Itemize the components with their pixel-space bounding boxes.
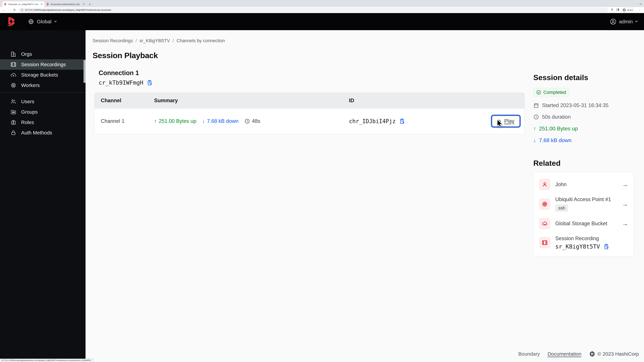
session-bytes-down-row: ↓ 7.68 kB down (533, 137, 636, 143)
related-item-label: Session Recording (555, 236, 599, 241)
session-duration: 50s duration (542, 114, 571, 120)
channel-duration: 48s (252, 118, 260, 124)
chevron-down-icon (54, 19, 57, 22)
sidebar-scrollbar-thumb[interactable] (84, 60, 86, 83)
column-header-id: ID (349, 97, 480, 104)
calendar-icon (533, 103, 539, 108)
bytes-down: 7.68 kB down (207, 118, 238, 124)
related-title: Related (533, 159, 636, 168)
tab-search-chevron-icon[interactable] (640, 2, 641, 5)
app-body: Orgs Session Recordings Storage Buckets … (0, 30, 644, 362)
sidebar-item-users[interactable]: Users (0, 96, 86, 107)
clock-icon (244, 118, 250, 124)
profile-label: Guest (627, 9, 633, 11)
session-started: Started 2023-05-31 16:34:35 (542, 102, 608, 108)
side-panel-icon[interactable] (616, 8, 619, 12)
sidebar-item-orgs[interactable]: Orgs (0, 49, 86, 59)
breadcrumb-session-recordings[interactable]: Session Recordings (92, 38, 133, 43)
page-title: Session Playback (92, 51, 523, 60)
play-button-label: Play (504, 118, 514, 124)
new-tab-button[interactable]: + (89, 3, 91, 6)
breadcrumb: Session Recordings / sr_K8igY8t5TV / Cha… (92, 38, 523, 43)
related-item-storage-bucket[interactable]: Global Storage Bucket → (539, 215, 628, 232)
copy-icon[interactable] (146, 80, 152, 86)
connection-section: Connection 1 cr_kTb9IWFmgH (98, 69, 523, 86)
sidebar-divider (0, 92, 86, 93)
arrow-down-icon: ↓ (202, 118, 205, 124)
breadcrumb-separator: / (136, 38, 137, 43)
content: Session Recordings / sr_K8igY8t5TV / Cha… (86, 30, 644, 362)
channels-table: Channel Summary ID Channel 1 ↑251.00 Byt… (94, 93, 524, 134)
main-column: Session Recordings / sr_K8igY8t5TV / Cha… (92, 30, 523, 362)
table-header-row: Channel Summary ID (94, 93, 524, 108)
channel-name: Channel 1 (101, 118, 154, 124)
connection-id: cr_kTb9IWFmgH (98, 79, 143, 86)
sidebar-item-label: Users (21, 99, 34, 104)
sidebar-item-workers[interactable]: Workers (0, 80, 86, 90)
arrow-up-icon: ↑ (533, 125, 536, 132)
boundary-favicon-icon (4, 3, 7, 5)
film-icon (10, 61, 16, 67)
forward-icon[interactable]: → (8, 8, 11, 11)
status-bar-url: 127.0.0.1:9200/scopes/global/session-rec… (0, 359, 93, 362)
footer-copyright: © 2023 HashiCorp (598, 351, 639, 357)
sidebar-item-label: Orgs (21, 51, 32, 57)
zoom-icon[interactable] (611, 8, 614, 12)
channel-id: chr_IDJbiI4Pjz (349, 118, 396, 124)
table-row-channel-1: Channel 1 ↑251.00 Bytes up ↓7.68 kB down… (94, 108, 524, 134)
related-item-session-recording[interactable]: Session Recording sr_K8igY8t5TV (539, 232, 628, 253)
app-footer: Boundary Documentation © 2023 HashiCorp (518, 351, 639, 357)
play-button[interactable]: Play (492, 116, 520, 127)
protocol-badge: ssh (555, 204, 568, 212)
reload-icon[interactable]: ↻ (14, 8, 16, 11)
screen: Channels | sr_K8igY8t5TV | Se ✕ Successf… (0, 0, 644, 362)
related-item-label: John (555, 182, 566, 188)
arrow-up-icon: ↑ (154, 118, 157, 124)
browser-toolbar: ← → ↻ 127.0.0.1:9200/scopes/global/sessi… (0, 7, 644, 13)
sidebar-item-roles[interactable]: Roles (0, 117, 86, 128)
user-menu[interactable]: admin (610, 18, 637, 25)
user-label: admin (619, 19, 633, 24)
tab-title: Successful authentication | Bo (50, 3, 81, 5)
documentation-link[interactable]: Documentation (548, 351, 582, 357)
channel-summary: ↑251.00 Bytes up ↓7.68 kB down 48s (154, 118, 349, 124)
column-header-summary: Summary (154, 97, 349, 104)
browser-menu-icon[interactable]: ⋮ (638, 8, 642, 11)
related-item-target[interactable]: Ubiquiti Access Point #1 ssh → (539, 193, 628, 215)
url-bar[interactable]: 127.0.0.1:9200/scopes/global/session-rec… (18, 8, 608, 12)
arrow-right-icon: → (622, 181, 628, 188)
session-started-row: Started 2023-05-31 16:34:35 (533, 102, 636, 108)
scope-picker[interactable]: Global (28, 19, 56, 24)
users-icon (10, 98, 16, 105)
tab-close-icon[interactable]: ✕ (40, 3, 43, 6)
mouse-cursor (495, 119, 504, 128)
related-item-user[interactable]: John → (539, 176, 628, 193)
scope-label: Global (37, 19, 52, 24)
status-badge-label: Completed (544, 90, 566, 95)
info-icon[interactable] (21, 9, 23, 11)
bytes-up: 251.00 Bytes up (159, 118, 196, 124)
breadcrumb-recording-id[interactable]: sr_K8igY8t5TV (140, 38, 170, 43)
session-bytes-up-row: ↑ 251.00 Bytes up (533, 125, 636, 132)
session-bytes-down: 7.68 kB down (539, 137, 572, 143)
related-item-label: Global Storage Bucket (555, 221, 607, 227)
copy-icon[interactable] (603, 244, 609, 250)
sidebar-item-session-recordings[interactable]: Session Recordings (0, 59, 86, 70)
hashicorp-logo-icon (589, 351, 595, 357)
aside-column: Session details Completed Started 2023-0… (533, 30, 636, 362)
boundary-logo[interactable] (7, 17, 16, 26)
profile-button[interactable]: Guest (622, 8, 635, 12)
sidebar-item-storage-buckets[interactable]: Storage Buckets (0, 70, 86, 80)
copy-icon[interactable] (399, 118, 405, 124)
session-duration-row: 50s duration (533, 114, 636, 120)
related-item-label: Ubiquiti Access Point #1 (555, 196, 611, 202)
film-icon (539, 237, 550, 248)
browser-tab-auth[interactable]: Successful authentication | Bo ✕ (44, 1, 87, 7)
sidebar-item-auth-methods[interactable]: Auth Methods (0, 128, 86, 138)
session-bytes-up: 251.00 Bytes up (539, 125, 578, 132)
tab-title: Channels | sr_K8igY8t5TV | Se (8, 3, 38, 5)
sidebar-item-groups[interactable]: Groups (0, 107, 86, 117)
tab-close-icon[interactable]: ✕ (82, 3, 86, 6)
browser-tab-channels[interactable]: Channels | sr_K8igY8t5TV | Se ✕ (2, 1, 44, 7)
back-icon[interactable]: ← (2, 8, 5, 11)
